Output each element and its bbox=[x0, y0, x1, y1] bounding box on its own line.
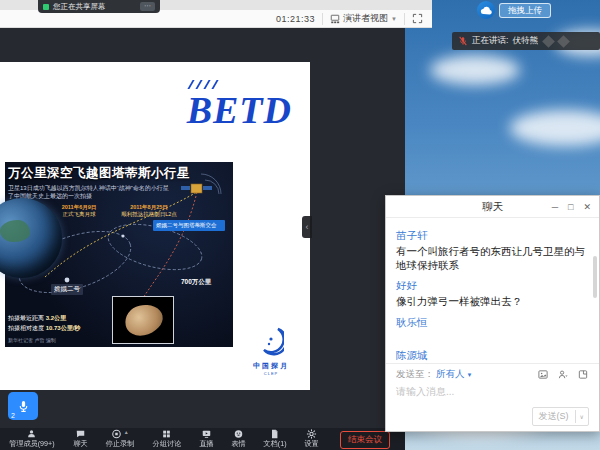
toolbar-label: 文档(1) bbox=[263, 439, 286, 449]
stop-recording-button[interactable]: ▲ 停止录制 bbox=[105, 429, 135, 449]
moon-logo-text: 中国探月 bbox=[246, 361, 296, 371]
toolbar-label: 聊天 bbox=[73, 439, 87, 449]
close-button[interactable]: ✕ bbox=[583, 202, 591, 212]
shared-presentation-slide: BETD 万公里深空飞越图塔蒂斯小行星 卫星13日成功飞越以西方凯尔特人神话中“… bbox=[0, 62, 310, 390]
caret-up-icon[interactable]: ▲ bbox=[124, 429, 129, 435]
speaker-view-icon bbox=[330, 14, 340, 24]
live-icon bbox=[201, 429, 212, 439]
cloud-drive-icon[interactable] bbox=[477, 1, 495, 19]
emoji-button[interactable]: 表情 bbox=[231, 429, 246, 449]
end-meeting-button[interactable]: 结束会议 bbox=[340, 431, 390, 449]
credit-line: 新华社记者 卢哲 编制 bbox=[8, 337, 56, 343]
asteroid-image bbox=[122, 301, 165, 338]
minimize-button[interactable]: ─ bbox=[552, 202, 558, 212]
spacecraft-icon bbox=[181, 184, 212, 193]
chevron-down-icon: ▼ bbox=[391, 16, 397, 22]
breakout-icon bbox=[161, 429, 172, 439]
mic-badge-count: 2 bbox=[11, 412, 15, 419]
chat-bubble-icon bbox=[75, 429, 86, 439]
document-icon bbox=[269, 429, 280, 439]
toolbar-label: 分组讨论 bbox=[152, 439, 181, 449]
watermark-icon bbox=[557, 35, 570, 48]
muted-mic-icon bbox=[458, 36, 468, 46]
chat-button[interactable]: 聊天 bbox=[73, 429, 88, 449]
drag-upload-button[interactable]: 拖拽上传 bbox=[499, 3, 551, 18]
mic-icon bbox=[17, 399, 30, 414]
stat-speed: 拍摄相对速度 10.73公里/秒 bbox=[8, 324, 80, 333]
chat-titlebar[interactable]: 聊天 ─ □ ✕ bbox=[386, 196, 599, 218]
gear-icon bbox=[306, 429, 317, 439]
toolbar-label: 直播 bbox=[199, 439, 213, 449]
fullscreen-icon bbox=[412, 13, 423, 24]
distance-label: 700万公里 bbox=[181, 278, 211, 287]
send-to-value[interactable]: 所有人 bbox=[436, 368, 465, 381]
collapse-video-strip-button[interactable]: ‹ bbox=[302, 216, 312, 238]
stat-value: 10.73公里/秒 bbox=[46, 325, 81, 331]
members-icon bbox=[26, 429, 37, 439]
smiley-icon bbox=[233, 429, 244, 439]
milestone-date: 2011年6月9日 bbox=[47, 204, 111, 211]
maximize-button[interactable]: □ bbox=[568, 202, 573, 212]
message-sender: 陈源城 bbox=[396, 349, 589, 363]
send-button[interactable]: 发送(S) ∨ bbox=[532, 407, 589, 426]
milestone-event: 顺利抵达拉格朗日L2点 bbox=[117, 211, 181, 218]
stat-label: 拍摄最近距离 bbox=[8, 315, 44, 321]
sharing-status-icon bbox=[43, 4, 49, 10]
speaking-prefix: 正在讲话: bbox=[472, 35, 508, 47]
encounter-badge: 嫦娥二号与图塔蒂斯交会 bbox=[153, 220, 225, 231]
send-to-label: 发送至： bbox=[396, 368, 434, 381]
message-text: 像引力弹弓一样被弹出去？ bbox=[396, 295, 589, 309]
milestone-2: 2011年8月25日 顺利抵达拉格朗日L2点 bbox=[117, 204, 181, 218]
meeting-timer: 01:21:33 bbox=[276, 14, 315, 24]
message-sender: 好好 bbox=[396, 279, 589, 293]
image-icon[interactable] bbox=[537, 369, 549, 380]
speaking-name: 伏特熊 bbox=[512, 35, 538, 47]
stat-value: 3.2公里 bbox=[46, 315, 66, 321]
speaking-indicator-bar: 正在讲话: 伏特熊 bbox=[452, 32, 600, 50]
screenshot-icon[interactable] bbox=[577, 369, 589, 380]
watermark-icon bbox=[542, 35, 555, 48]
screen-share-banner[interactable]: 您正在共享屏幕 ⋯ bbox=[38, 0, 160, 13]
record-stop-icon bbox=[111, 429, 122, 439]
share-banner-more-button[interactable]: ⋯ bbox=[140, 2, 155, 11]
message-spacer bbox=[396, 330, 589, 342]
milestone-date: 2011年8月25日 bbox=[117, 204, 181, 211]
chevron-down-icon[interactable]: ▼ bbox=[467, 372, 473, 378]
cloud-icon bbox=[480, 6, 492, 15]
live-stream-button[interactable]: 直播 bbox=[199, 429, 214, 449]
mention-person-icon[interactable] bbox=[557, 369, 569, 380]
chat-messages-area[interactable]: 苗子轩 有一个叫旅行者号的东西让几号卫星的与地球保持联系 好好 像引力弹弓一样被… bbox=[386, 218, 599, 363]
milestone-1: 2011年6月9日 正式飞离月球 bbox=[47, 204, 111, 218]
cloud-decoration bbox=[430, 55, 520, 85]
chevron-left-icon: ‹ bbox=[306, 222, 309, 232]
chat-input[interactable] bbox=[396, 386, 589, 397]
divider bbox=[404, 13, 405, 25]
divider bbox=[322, 13, 323, 25]
toolbar-label: 管理成员(99+) bbox=[9, 439, 54, 449]
documents-button[interactable]: 文档(1) bbox=[263, 429, 287, 449]
message-sender: 苗子轩 bbox=[396, 229, 589, 243]
view-mode-button[interactable]: 演讲者视图 ▼ bbox=[330, 12, 397, 25]
share-banner-text: 您正在共享屏幕 bbox=[53, 2, 106, 12]
stat-distance: 拍摄最近距离 3.2公里 bbox=[8, 314, 66, 323]
toolbar-label: 表情 bbox=[231, 439, 245, 449]
stat-label: 拍摄相对速度 bbox=[8, 325, 44, 331]
mic-toggle-button[interactable]: 2 bbox=[8, 392, 38, 420]
crescent-moon-icon bbox=[258, 326, 284, 356]
message-sender: 耿乐恒 bbox=[396, 316, 589, 330]
fullscreen-button[interactable] bbox=[412, 13, 423, 24]
chat-window: 聊天 ─ □ ✕ 苗子轩 有一个叫旅行者号的东西让几号卫星的与地球保持联系 好好… bbox=[385, 195, 600, 432]
upload-button-label: 拖拽上传 bbox=[508, 5, 542, 17]
cloud-decoration bbox=[510, 110, 600, 146]
manage-members-button[interactable]: 管理成员(99+) bbox=[8, 429, 56, 449]
toolbar-label: 停止录制 bbox=[105, 439, 134, 449]
send-button-label: 发送(S) bbox=[533, 410, 576, 423]
message-text: 有一个叫旅行者号的东西让几号卫星的与地球保持联系 bbox=[396, 245, 589, 272]
chat-footer: 发送至： 所有人 ▼ 发送(S) ∨ bbox=[386, 363, 599, 431]
breakout-rooms-button[interactable]: 分组讨论 bbox=[152, 429, 182, 449]
desktop: 拖拽上传 正在讲话: 伏特熊 您正在共享屏幕 ⋯ 01:21:33 演讲者视图 … bbox=[0, 0, 600, 450]
settings-button[interactable]: 设置 bbox=[304, 429, 319, 449]
china-lunar-logo: 中国探月 CLEP bbox=[246, 326, 296, 376]
send-options-caret-icon[interactable]: ∨ bbox=[576, 413, 588, 420]
chat-scrollbar[interactable] bbox=[593, 256, 597, 298]
